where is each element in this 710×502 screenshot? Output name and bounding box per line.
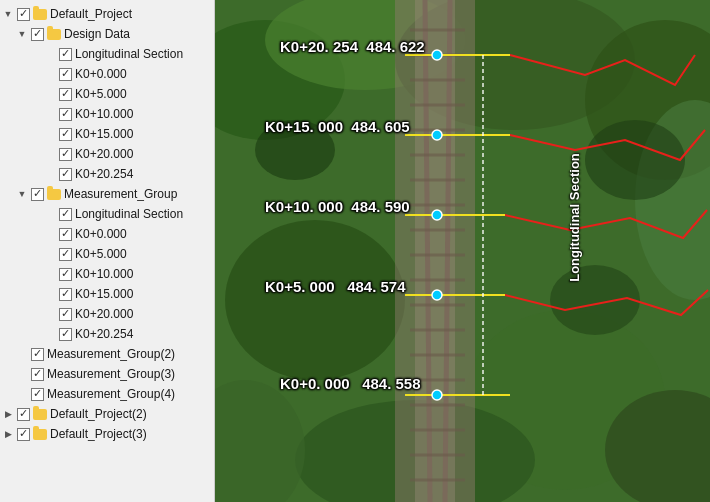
tree-item[interactable]: K0+15.000 [0,284,214,304]
expand-arrow-icon[interactable] [2,408,14,420]
tree-item-label: Design Data [64,25,130,43]
checkbox[interactable] [59,328,72,341]
checkbox[interactable] [31,188,44,201]
checkbox[interactable] [59,288,72,301]
tree-item-label: K0+10.000 [75,105,133,123]
checkbox[interactable] [59,308,72,321]
tree-item[interactable]: Measurement_Group(3) [0,364,214,384]
svg-point-6 [225,220,405,380]
tree-item-label: Measurement_Group(2) [47,345,175,363]
tree-item[interactable]: K0+20.000 [0,144,214,164]
folder-icon [33,409,47,420]
tree-item[interactable]: K0+10.000 [0,104,214,124]
map-view: K0+20. 254 484. 622 K0+15. 000 484. 605 … [215,0,710,502]
expand-arrow-icon[interactable] [16,188,28,200]
checkbox[interactable] [59,68,72,81]
tree-item[interactable]: K0+10.000 [0,264,214,284]
expand-arrow-icon[interactable] [2,428,14,440]
checkbox[interactable] [31,388,44,401]
file-tree-sidebar[interactable]: Default_ProjectDesign DataLongitudinal S… [0,0,215,502]
tree-item-label: Longitudinal Section [75,205,183,223]
tree-item-label: Measurement_Group [64,185,177,203]
checkbox[interactable] [59,88,72,101]
tree-item[interactable]: K0+20.254 [0,164,214,184]
tree-item-label: Longitudinal Section [75,45,183,63]
tree-item[interactable]: Default_Project(2) [0,404,214,424]
checkbox[interactable] [31,368,44,381]
checkbox[interactable] [59,108,72,121]
tree-item-label: K0+0.000 [75,65,127,83]
tree-item-label: K0+15.000 [75,125,133,143]
folder-icon [33,429,47,440]
tree-item[interactable]: Default_Project(3) [0,424,214,444]
tree-item-label: Default_Project [50,5,132,23]
tree-item[interactable]: Longitudinal Section [0,204,214,224]
tree-item[interactable]: K0+5.000 [0,84,214,104]
svg-point-46 [432,390,442,400]
svg-point-43 [432,130,442,140]
svg-point-42 [432,50,442,60]
checkbox[interactable] [59,208,72,221]
tree-item-label: Measurement_Group(4) [47,385,175,403]
checkbox[interactable] [59,268,72,281]
tree-item-label: K0+5.000 [75,245,127,263]
tree-item[interactable]: K0+5.000 [0,244,214,264]
svg-point-13 [550,265,640,335]
svg-point-11 [255,120,335,180]
tree-item-label: Default_Project(2) [50,405,147,423]
checkbox[interactable] [17,428,30,441]
tree-item-label: K0+5.000 [75,85,127,103]
tree-item-label: K0+15.000 [75,285,133,303]
tree-item[interactable]: K0+0.000 [0,224,214,244]
tree-item[interactable]: K0+15.000 [0,124,214,144]
tree-item-label: K0+20.254 [75,325,133,343]
folder-icon [47,29,61,40]
tree-item[interactable]: K0+20.000 [0,304,214,324]
tree-item[interactable]: Longitudinal Section [0,44,214,64]
tree-item-label: K0+20.000 [75,305,133,323]
tree-item-label: Default_Project(3) [50,425,147,443]
expand-arrow-icon[interactable] [16,28,28,40]
checkbox[interactable] [17,408,30,421]
checkbox[interactable] [59,228,72,241]
checkbox[interactable] [59,128,72,141]
checkbox[interactable] [59,248,72,261]
expand-arrow-icon[interactable] [2,8,14,20]
folder-icon [47,189,61,200]
tree-item-label: K0+20.000 [75,145,133,163]
tree-item-label: K0+10.000 [75,265,133,283]
tree-item-label: K0+0.000 [75,225,127,243]
svg-point-45 [432,290,442,300]
tree-item[interactable]: Design Data [0,24,214,44]
tree-item-label: Measurement_Group(3) [47,365,175,383]
svg-point-12 [585,120,685,200]
svg-point-44 [432,210,442,220]
checkbox[interactable] [17,8,30,21]
checkbox[interactable] [59,48,72,61]
folder-icon [33,9,47,20]
tree-item[interactable]: Measurement_Group(2) [0,344,214,364]
checkbox[interactable] [31,348,44,361]
tree-item[interactable]: K0+0.000 [0,64,214,84]
checkbox[interactable] [59,148,72,161]
checkbox[interactable] [59,168,72,181]
tree-item[interactable]: Default_Project [0,4,214,24]
tree-item[interactable]: Measurement_Group [0,184,214,204]
tree-item-label: K0+20.254 [75,165,133,183]
tree-item[interactable]: K0+20.254 [0,324,214,344]
checkbox[interactable] [31,28,44,41]
tree-item[interactable]: Measurement_Group(4) [0,384,214,404]
